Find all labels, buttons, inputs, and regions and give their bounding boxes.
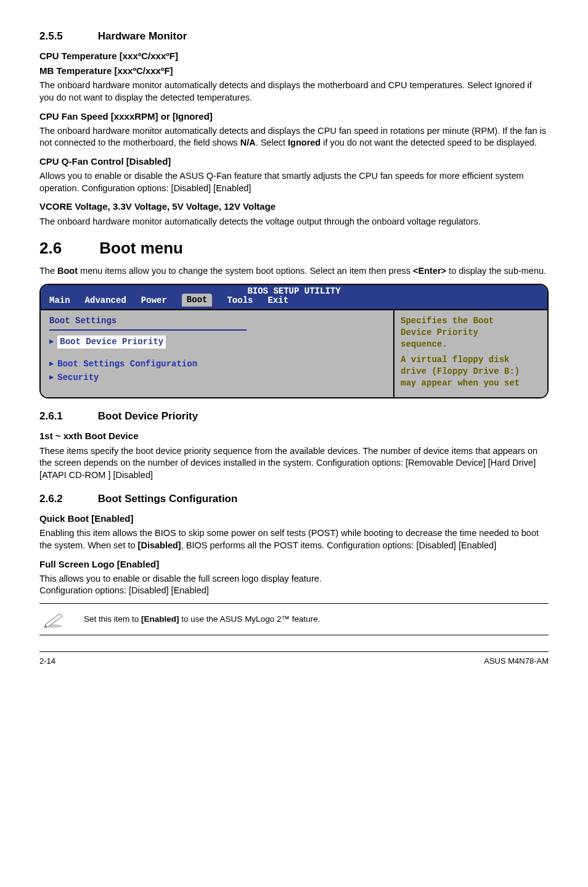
heading-num: 2.6 <box>39 237 95 259</box>
txt: to display the sub-menu. <box>446 266 546 276</box>
bios-help-line: sequence. <box>401 339 541 350</box>
para-boot-device: These items specify the boot device prio… <box>39 445 549 482</box>
heading-title: Boot Settings Configuration <box>98 493 238 505</box>
bios-separator <box>49 329 247 331</box>
txt-bold: Ignored <box>288 138 321 147</box>
bios-left-pane: Boot Settings ▶ Boot Device Priority ▶ B… <box>41 310 393 397</box>
txt: to use the ASUS MyLogo 2™ feature. <box>179 614 321 624</box>
sub-boot-device: 1st ~ xxth Boot Device <box>39 430 549 442</box>
sub-qfan: CPU Q-Fan Control [Disabled] <box>39 155 549 168</box>
bios-tab-power: Power <box>141 295 167 307</box>
txt-bold: <Enter> <box>413 266 446 276</box>
para-quick-boot: Enabling this item allows the BIOS to sk… <box>39 527 549 551</box>
txt-bold: Boot <box>57 266 78 276</box>
bios-tab-exit: Exit <box>267 295 288 307</box>
sub-cpu-temp: CPU Temperature [xxxºC/xxxºF] <box>39 50 549 62</box>
bios-help-line: Specifies the Boot <box>401 315 541 327</box>
sub-mb-temp: MB Temperature [xxxºC/xxxºF] <box>39 65 549 77</box>
para-vcore: The onboard hardware monitor automatical… <box>39 216 549 228</box>
sub-full-screen-logo: Full Screen Logo [Enabled] <box>39 558 549 571</box>
heading-2-6-2: 2.6.2 Boot Settings Configuration <box>39 492 549 506</box>
note-text: Set this item to [Enabled] to use the AS… <box>84 614 320 625</box>
bios-help-line: A virtual floppy disk <box>401 354 541 366</box>
bios-help-line: Device Priority <box>401 327 541 339</box>
txt: Set this item to <box>84 614 141 624</box>
triangle-icon: ▶ <box>49 337 54 347</box>
heading-2-6-1: 2.6.1 Boot Device Priority <box>39 410 549 424</box>
bios-body: Boot Settings ▶ Boot Device Priority ▶ B… <box>41 309 547 397</box>
txt-bold: [Enabled] <box>141 614 179 624</box>
txt: if you do not want the detected speed to… <box>321 138 537 147</box>
bios-selected-item: Boot Device Priority <box>57 336 166 349</box>
para-qfan: Allows you to enable or disable the ASUS… <box>39 170 549 194</box>
para-temp: The onboard hardware monitor automatical… <box>39 80 549 104</box>
heading-num: 2.6.1 <box>39 410 95 424</box>
bios-tab-advanced: Advanced <box>85 295 126 307</box>
bios-right-pane: Specifies the Boot Device Priority seque… <box>393 310 547 397</box>
sub-vcore: VCORE Voltage, 3.3V Voltage, 5V Voltage,… <box>39 200 549 213</box>
bios-tab-tools: Tools <box>227 295 253 307</box>
txt-bold: N/A <box>240 138 256 147</box>
footer-model: ASUS M4N78-AM <box>484 656 549 667</box>
sub-quick-boot: Quick Boot [Enabled] <box>39 513 549 525</box>
txt: , BIOS performs all the POST items. Conf… <box>181 540 497 550</box>
bios-screenshot: BIOS SETUP UTILITY Main Advanced Power B… <box>39 284 549 399</box>
page-footer: 2-14 ASUS M4N78-AM <box>39 651 549 667</box>
bios-menu-bar: BIOS SETUP UTILITY Main Advanced Power B… <box>41 285 547 309</box>
para-fan-speed: The onboard hardware monitor automatical… <box>39 125 549 149</box>
bios-tab-main: Main <box>49 295 70 307</box>
txt-bold: [Disabled] <box>138 540 181 550</box>
txt: . Select <box>256 138 288 147</box>
heading-2-5-5: 2.5.5 Hardware Monitor <box>39 30 549 44</box>
bios-help-line: may appear when you set <box>401 377 541 389</box>
txt: The <box>39 266 57 276</box>
bios-item-boot-config: ▶ Boot Settings Configuration <box>49 358 385 370</box>
txt: menu items allow you to change the syste… <box>78 266 413 276</box>
para-boot-intro: The Boot menu items allow you to change … <box>39 265 549 278</box>
heading-title: Boot Device Priority <box>98 410 198 422</box>
bios-item-boot-priority: ▶ Boot Device Priority <box>49 336 385 349</box>
heading-num: 2.6.2 <box>39 492 95 506</box>
triangle-icon: ▶ <box>49 359 54 369</box>
bios-help-line: drive (Floppy Drive B:) <box>401 366 541 377</box>
sub-fan-speed: CPU Fan Speed [xxxxRPM] or [Ignored] <box>39 110 549 123</box>
triangle-icon: ▶ <box>49 373 54 382</box>
heading-2-6: 2.6 Boot menu <box>39 237 549 259</box>
bios-item-label: Security <box>57 372 99 384</box>
pencil-icon <box>39 609 68 630</box>
bios-item-label: Boot Settings Configuration <box>57 358 197 370</box>
note-box: Set this item to [Enabled] to use the AS… <box>39 603 549 635</box>
bios-boot-settings: Boot Settings <box>49 315 385 327</box>
footer-page-num: 2-14 <box>39 656 55 667</box>
bios-tab-boot: Boot <box>182 294 213 307</box>
para-full-screen-logo: This allows you to enable or disable the… <box>39 573 549 597</box>
heading-num: 2.5.5 <box>39 30 95 44</box>
heading-title: Hardware Monitor <box>98 30 187 42</box>
bios-item-security: ▶ Security <box>49 372 385 384</box>
heading-title: Boot menu <box>99 239 183 257</box>
